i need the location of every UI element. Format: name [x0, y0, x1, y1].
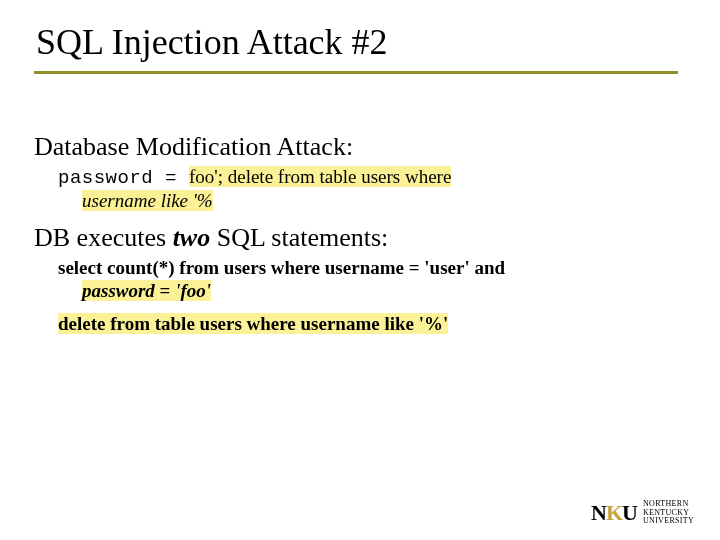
slide-title: SQL Injection Attack #2 — [34, 18, 678, 74]
slide-body: Database Modification Attack: password =… — [34, 132, 686, 335]
stmt2-text: delete from table users where username l… — [58, 313, 448, 334]
heading-post: SQL statements: — [210, 223, 388, 252]
heading-emph: two — [173, 223, 211, 252]
logo-text: NORTHERN KENTUCKY UNIVERSITY — [643, 500, 694, 525]
stmt1-value: 'foo' — [175, 280, 211, 301]
statement-1: select count(*) from users where usernam… — [58, 257, 686, 303]
logo-letter-n: N — [591, 500, 606, 525]
heading-pre: DB executes — [34, 223, 173, 252]
nku-logo: NKU NORTHERN KENTUCKY UNIVERSITY — [591, 500, 694, 526]
stmt1-password-word: password — [82, 280, 155, 301]
section1-heading: Database Modification Attack: — [34, 132, 686, 162]
logo-letter-u: U — [622, 500, 637, 525]
highlighted-code-2: username like '% — [82, 190, 213, 211]
stmt1-eq: = — [155, 280, 175, 301]
section2-heading: DB executes two SQL statements: — [34, 223, 686, 253]
logo-mark: NKU — [591, 500, 637, 526]
highlighted-code-1: foo'; delete from table users where — [189, 166, 451, 187]
slide: SQL Injection Attack #2 Database Modific… — [0, 0, 720, 540]
statement-2: delete from table users where username l… — [58, 313, 686, 336]
logo-letter-k: K — [606, 500, 622, 525]
stmt1-line-a: select count(*) from users where usernam… — [58, 257, 505, 278]
logo-text-l3: UNIVERSITY — [643, 516, 694, 525]
section1-code-line1: password = foo'; delete from table users… — [58, 166, 686, 213]
code-prefix: password = — [58, 167, 189, 189]
